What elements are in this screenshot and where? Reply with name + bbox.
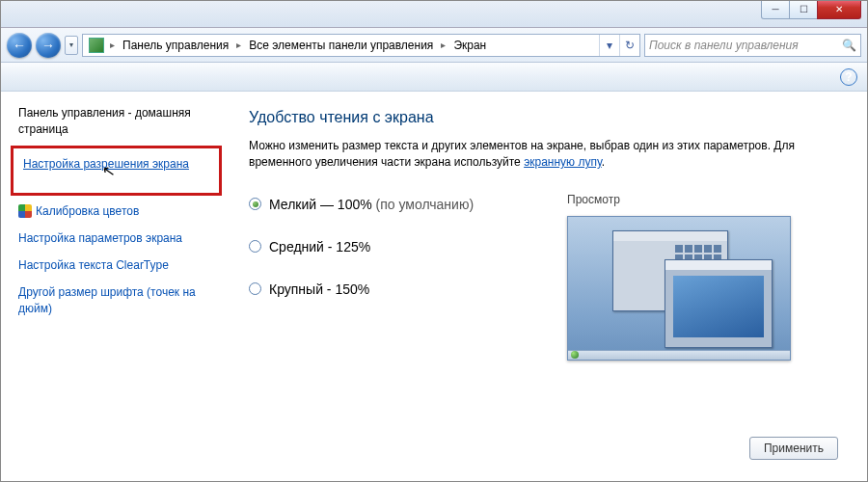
maximize-button[interactable]: ☐ bbox=[789, 0, 818, 19]
sidebar-link-label: Калибровка цветов bbox=[36, 203, 139, 219]
sidebar-link-label: Другой размер шрифта (точек на дюйм) bbox=[18, 284, 218, 315]
preview-column: Просмотр bbox=[567, 193, 838, 361]
window-titlebar: ─ ☐ ✕ bbox=[1, 1, 867, 28]
breadcrumb-display[interactable]: Экран bbox=[448, 39, 492, 52]
sidebar-link-calibration[interactable]: Калибровка цветов bbox=[18, 203, 218, 219]
breadcrumb-separator: ▸ bbox=[439, 40, 448, 50]
page-title: Удобство чтения с экрана bbox=[249, 109, 838, 126]
sidebar: Панель управления - домашняя страница На… bbox=[1, 92, 228, 482]
radio-icon bbox=[249, 198, 261, 210]
apply-button[interactable]: Применить bbox=[749, 437, 838, 460]
desc-text: Можно изменить размер текста и других эл… bbox=[249, 139, 795, 169]
option-medium[interactable]: Средний - 125% bbox=[249, 239, 529, 254]
minimize-button[interactable]: ─ bbox=[761, 0, 790, 19]
sidebar-link-dpi[interactable]: Другой размер шрифта (точек на дюйм) bbox=[18, 284, 218, 315]
sidebar-link-resolution[interactable]: Настройка разрешения экрана bbox=[23, 156, 209, 172]
help-icon[interactable]: ? bbox=[840, 68, 857, 86]
option-label: Крупный - 150% bbox=[269, 281, 369, 297]
size-options: Мелкий — 100% (по умолчанию) Средний - 1… bbox=[249, 193, 529, 297]
option-small[interactable]: Мелкий — 100% (по умолчанию) bbox=[249, 197, 529, 212]
breadcrumb-control-panel[interactable]: Панель управления bbox=[117, 39, 234, 52]
option-large[interactable]: Крупный - 150% bbox=[249, 281, 529, 297]
sidebar-link-params[interactable]: Настройка параметров экрана bbox=[18, 230, 218, 246]
option-label: Мелкий — 100% bbox=[269, 197, 372, 212]
toolbar: ? bbox=[1, 63, 867, 92]
navigation-bar: ← → ▾ ▸ Панель управления ▸ Все элементы… bbox=[1, 28, 867, 63]
sidebar-link-label: Настройка параметров экрана bbox=[18, 230, 182, 246]
magnifier-link[interactable]: экранную лупу bbox=[524, 155, 602, 169]
breadcrumb-all-items[interactable]: Все элементы панели управления bbox=[243, 39, 439, 52]
address-dropdown-icon[interactable]: ▾ bbox=[602, 38, 617, 53]
preview-label: Просмотр bbox=[567, 193, 838, 206]
highlight-box: Настройка разрешения экрана ↖ bbox=[11, 146, 222, 196]
footer: Применить bbox=[249, 429, 838, 473]
search-placeholder: Поиск в панели управления bbox=[649, 39, 799, 52]
radio-icon bbox=[249, 240, 261, 253]
address-bar[interactable]: ▸ Панель управления ▸ Все элементы панел… bbox=[82, 34, 640, 57]
preview-image bbox=[567, 216, 791, 361]
main-content: Удобство чтения с экрана Можно изменить … bbox=[228, 92, 867, 482]
shield-icon bbox=[18, 204, 32, 218]
breadcrumb-separator: ▸ bbox=[108, 40, 117, 50]
control-panel-icon bbox=[89, 38, 104, 53]
close-button[interactable]: ✕ bbox=[817, 0, 861, 19]
search-input[interactable]: Поиск в панели управления 🔍 bbox=[644, 34, 861, 57]
sidebar-link-label: Настройка текста ClearType bbox=[18, 257, 169, 273]
search-icon: 🔍 bbox=[842, 39, 856, 52]
preview-window-icon bbox=[665, 259, 773, 348]
window-controls: ─ ☐ ✕ bbox=[762, 0, 861, 19]
back-button[interactable]: ← bbox=[7, 33, 32, 58]
sidebar-link-cleartype[interactable]: Настройка текста ClearType bbox=[18, 257, 218, 273]
history-dropdown[interactable]: ▾ bbox=[65, 36, 78, 55]
option-label: Средний - 125% bbox=[269, 239, 370, 254]
option-hint: (по умолчанию) bbox=[372, 197, 474, 212]
sidebar-home-link[interactable]: Панель управления - домашняя страница bbox=[18, 105, 218, 138]
forward-button[interactable]: → bbox=[36, 33, 61, 58]
preview-taskbar-icon bbox=[568, 350, 790, 360]
breadcrumb-separator: ▸ bbox=[234, 40, 243, 50]
radio-icon bbox=[249, 282, 261, 295]
preview-start-icon bbox=[571, 351, 579, 359]
desc-text: . bbox=[602, 155, 605, 169]
refresh-icon[interactable]: ↻ bbox=[622, 38, 637, 53]
page-description: Можно изменить размер текста и других эл… bbox=[249, 138, 838, 172]
